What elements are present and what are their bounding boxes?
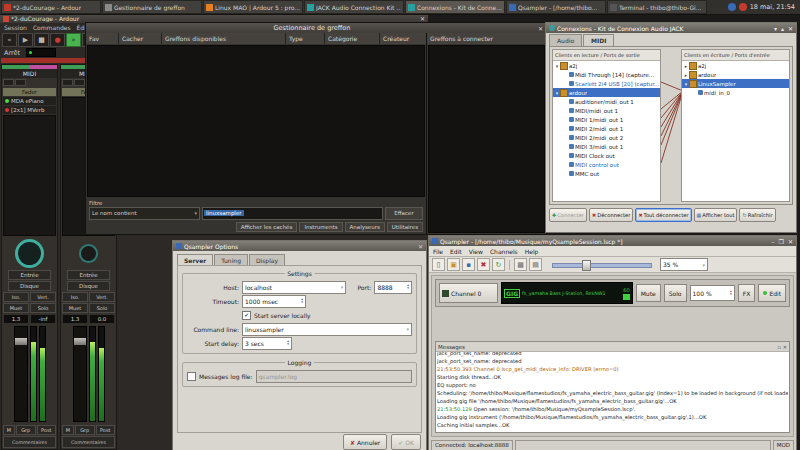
solo-button[interactable]: Solo: [30, 303, 56, 313]
solo-lock-button[interactable]: Vert.: [30, 292, 56, 302]
column-creator[interactable]: Créateur: [380, 33, 426, 44]
close-icon[interactable]: ✕: [420, 15, 425, 22]
metering-button[interactable]: M: [3, 425, 15, 435]
goto-start-icon[interactable]: «: [2, 33, 17, 47]
jack-tree-item[interactable]: auditioner/midi_out 1: [553, 97, 660, 106]
gain-display[interactable]: 1.3: [62, 314, 88, 324]
fader-handle[interactable]: [15, 338, 27, 345]
jack-tree-item[interactable]: MIDI 1/midi_out 1: [553, 115, 660, 124]
timeout-input[interactable]: 1000 msec ▴▾: [242, 295, 306, 308]
plugin-manager-button[interactable]: Afficher les cachés: [236, 222, 298, 232]
minimize-icon[interactable]: ▾: [774, 25, 777, 32]
qsampler-menu-item[interactable]: Channels: [490, 248, 518, 255]
channels-icon[interactable]: ▤: [529, 258, 542, 271]
tab-server[interactable]: Server: [177, 254, 213, 265]
mute-button[interactable]: Mute: [636, 284, 661, 302]
start-delay-input[interactable]: 3 secs ▴▾: [242, 337, 292, 350]
tab-audio[interactable]: Audio: [549, 34, 582, 46]
metering-button[interactable]: M: [62, 425, 74, 435]
jack-tree-item[interactable]: midi_in_0: [682, 88, 789, 97]
maximize-icon[interactable]: ❐: [779, 238, 784, 245]
qsampler-menu-item[interactable]: Help: [525, 248, 539, 255]
ok-button[interactable]: ✔ OK: [391, 434, 421, 450]
qsampler-menu-item[interactable]: Edit: [450, 248, 462, 255]
meter-point-button[interactable]: Post: [37, 425, 57, 435]
channel-lcd[interactable]: GIG fs_yamaha Bass J-Station, RekNW1 60: [501, 282, 633, 304]
fader-handle[interactable]: [74, 338, 86, 345]
fader-processor[interactable]: Fader: [3, 88, 56, 96]
new-session-icon[interactable]: ▯: [432, 258, 445, 271]
group-button[interactable]: Grp: [75, 425, 95, 435]
refresh-button[interactable]: ↻Rafraîchir: [739, 208, 775, 222]
close-icon[interactable]: ✕: [788, 25, 793, 32]
plugin-active-led[interactable]: [5, 99, 9, 103]
monitor-input-button[interactable]: [74, 79, 85, 86]
spinner-arrows-icon[interactable]: ▴▾: [407, 284, 409, 291]
plugin-bypass-led[interactable]: [5, 108, 9, 112]
input-button[interactable]: Entrée: [67, 270, 110, 280]
monitor-input-button[interactable]: [15, 79, 26, 86]
close-icon[interactable]: ✕: [538, 25, 543, 32]
tab-display[interactable]: Display: [249, 254, 285, 265]
spinner-arrows-icon[interactable]: ▴▾: [301, 298, 303, 305]
gain-fader[interactable]: [73, 326, 87, 422]
reset-icon[interactable]: ✖: [477, 258, 490, 271]
solo-button[interactable]: Solo: [664, 284, 687, 302]
jack-tree-item[interactable]: ▾ardour: [553, 88, 660, 97]
plugin-manager-button[interactable]: Utilitaires: [387, 222, 423, 232]
record-icon[interactable]: ●: [50, 33, 65, 47]
column-hide[interactable]: Cacher: [119, 33, 162, 44]
jack-tree-item[interactable]: Scarlett 2i4 USB [20] (captur...: [553, 79, 660, 88]
close-icon[interactable]: ✕: [783, 344, 787, 350]
plugins-to-connect-list[interactable]: [428, 45, 545, 233]
open-session-icon[interactable]: ▣: [447, 258, 460, 271]
channel-button[interactable]: Channel 0: [439, 283, 498, 303]
processor-item[interactable]: MDA ePiano: [3, 97, 56, 105]
jack-tree-item[interactable]: ▾a2j: [553, 61, 660, 70]
plugin-manager-titlebar[interactable]: Gestionnaire de greffon ✕: [86, 23, 546, 33]
qsampler-titlebar[interactable]: Qsampler - [/home/thibo/Musique/myQsampl…: [429, 236, 796, 246]
mute-button[interactable]: Muet: [3, 303, 29, 313]
goto-end-icon[interactable]: »: [66, 33, 81, 47]
plugin-list[interactable]: [87, 45, 425, 197]
jack-tree-item[interactable]: MIDI/midi_out 1: [553, 106, 660, 115]
spinner-arrows-icon[interactable]: ▴▾: [287, 340, 289, 347]
qsampler-menu-item[interactable]: View: [469, 248, 483, 255]
play-icon[interactable]: ▶: [18, 33, 33, 47]
taskbar-item[interactable]: Terminal - thibo@thibo-Gi...: [607, 0, 707, 14]
solo-iso-button[interactable]: Iso.: [62, 292, 88, 302]
cancel-button[interactable]: ✘ Annuler: [343, 434, 387, 450]
jack-tree-item[interactable]: ▸ardour: [682, 70, 789, 79]
taskbar-item[interactable]: *2-duCourage - Ardour: [1, 0, 101, 14]
taskbar-item[interactable]: Qsampler - [/home/thibo...: [506, 0, 606, 14]
peak-display[interactable]: 0.0: [89, 314, 115, 324]
qsampler-menu-item[interactable]: File: [433, 248, 443, 255]
column-type[interactable]: Type: [286, 33, 325, 44]
gain-fader[interactable]: [14, 326, 28, 422]
spinner-arrows-icon[interactable]: ▴▾: [730, 290, 732, 297]
maximize-icon[interactable]: ▴: [781, 25, 784, 32]
log-file-input[interactable]: qsampler.log: [256, 370, 412, 383]
edit-button[interactable]: Edit: [758, 284, 786, 302]
group-button[interactable]: Grp: [16, 425, 36, 435]
plugin-manager-button[interactable]: Analyseurs: [345, 222, 385, 232]
peak-display[interactable]: -inf: [30, 314, 56, 324]
column-name[interactable]: Greffons disponibles: [162, 33, 286, 44]
input-button[interactable]: Entrée: [8, 270, 51, 280]
comments-button[interactable]: Commentaires: [3, 436, 56, 448]
save-session-icon[interactable]: ▪: [462, 258, 475, 271]
options-titlebar[interactable]: Qsampler Options ✕: [173, 241, 426, 251]
strip-name-button[interactable]: MIDI: [2, 69, 57, 78]
disk-button[interactable]: Disque: [67, 281, 110, 291]
solo-lock-button[interactable]: Vert.: [89, 292, 115, 302]
disk-button[interactable]: Disque: [8, 281, 51, 291]
taskbar-item[interactable]: JACK Audio Connection Kit ...: [304, 0, 404, 14]
jack-tree-item[interactable]: ▾LinuxSampler: [682, 79, 789, 88]
filter-search-input[interactable]: linuxsampler: [202, 207, 383, 220]
filter-mode-select[interactable]: Le nom contient ▾: [89, 207, 200, 220]
column-fav[interactable]: Fav: [86, 33, 119, 44]
disconnect-button[interactable]: ✖Déconnecter: [589, 208, 633, 222]
tab-midi[interactable]: MIDI: [583, 34, 614, 46]
port-input[interactable]: 8888 ▴▾: [374, 281, 412, 294]
taskbar-item[interactable]: Linux MAO | Ardour 5 : pro...: [203, 0, 303, 14]
